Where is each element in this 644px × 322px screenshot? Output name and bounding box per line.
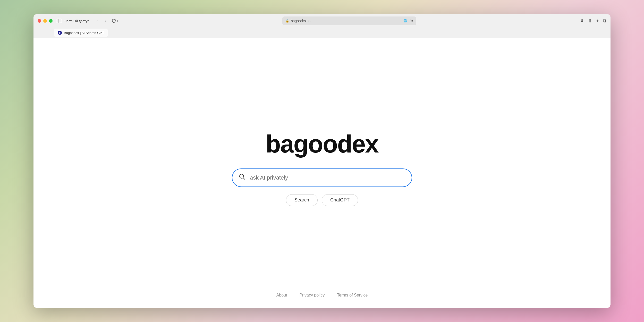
search-wrapper: Search ChatGPT (232, 168, 412, 206)
svg-line-4 (243, 178, 245, 180)
traffic-lights (38, 19, 53, 23)
browser-window: Частный доступ ‹ › 1 🔒 bagoodex.io (33, 14, 611, 308)
search-button[interactable]: Search (286, 194, 318, 206)
download-icon[interactable]: ⬇ (580, 18, 584, 24)
terms-of-service-link[interactable]: Terms of Service (337, 293, 368, 298)
site-logo: bagoodex (266, 130, 378, 158)
maximize-button[interactable] (49, 19, 53, 23)
main-section: bagoodex Search ChatGPT (232, 130, 412, 206)
address-text: bagoodex.io (291, 19, 310, 23)
chatgpt-button[interactable]: ChatGPT (322, 194, 358, 206)
minimize-button[interactable] (43, 19, 47, 23)
toolbar-right: ⬇ ⬆ + ⧉ (580, 18, 606, 24)
shield-badge[interactable]: 1 (112, 19, 118, 23)
lock-icon: 🔒 (285, 19, 289, 23)
svg-text:🌐: 🌐 (403, 19, 407, 22)
chrome-bar: Частный доступ ‹ › 1 🔒 bagoodex.io (33, 14, 611, 38)
address-bar[interactable]: 🔒 bagoodex.io 🌐 ↻ (282, 16, 416, 25)
translate-icon[interactable]: 🌐 (403, 19, 408, 23)
svg-rect-0 (57, 19, 61, 23)
address-right-icons: 🌐 ↻ (403, 19, 413, 23)
reload-icon[interactable]: ↻ (410, 19, 413, 23)
sidebar-toggle-icon[interactable] (57, 19, 61, 23)
search-bar (232, 168, 412, 187)
shield-count: 1 (116, 19, 118, 23)
about-link[interactable]: About (276, 293, 287, 298)
tabs-icon[interactable]: ⧉ (603, 18, 606, 24)
close-button[interactable] (38, 19, 41, 23)
title-bar: Частный доступ ‹ › 1 🔒 bagoodex.io (33, 14, 611, 28)
new-tab-icon[interactable]: + (596, 18, 599, 24)
forward-button[interactable]: › (102, 17, 109, 24)
tab-favicon: b (58, 31, 62, 35)
share-icon[interactable]: ⬆ (588, 18, 592, 24)
page-footer: About Privacy policy Terms of Service (276, 293, 368, 298)
active-tab[interactable]: b Bagoodex | AI Search GPT (54, 29, 108, 37)
search-buttons: Search ChatGPT (286, 194, 358, 206)
privacy-policy-link[interactable]: Privacy policy (299, 293, 325, 298)
tab-bar: b Bagoodex | AI Search GPT (33, 28, 611, 38)
nav-buttons: ‹ › (94, 17, 109, 24)
private-label: Частный доступ (64, 19, 89, 23)
back-button[interactable]: ‹ (94, 17, 101, 24)
search-icon (239, 173, 246, 182)
search-input[interactable] (250, 174, 405, 181)
page-content: bagoodex Search ChatGPT (33, 38, 611, 308)
tab-title: Bagoodex | AI Search GPT (64, 31, 104, 35)
address-bar-container: 🔒 bagoodex.io 🌐 ↻ (121, 16, 577, 25)
